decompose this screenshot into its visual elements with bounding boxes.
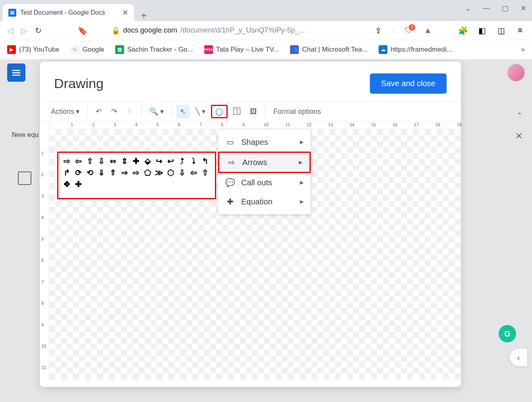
undo-button[interactable]: ↶ [92, 105, 106, 118]
select-tool[interactable]: ↖ [176, 105, 190, 118]
grammarly-icon[interactable]: G [499, 325, 516, 342]
vertical-ruler: 1234567891011 [40, 121, 49, 379]
bookmark-onedrive[interactable]: ☁https://framedmedi... [379, 45, 452, 54]
brave-rewards-icon[interactable]: ▲ [423, 26, 433, 35]
cloud-icon: ☁ [379, 45, 387, 54]
arrow-shape-16[interactable]: ⇓ [96, 167, 106, 178]
submenu-arrow-icon: ▶ [300, 199, 304, 204]
arrow-shape-5[interactable]: ⇕ [119, 156, 130, 166]
arrow-shape-2[interactable]: ⇧ [85, 156, 95, 166]
format-options-button[interactable]: Format options [269, 105, 325, 118]
teams-icon: 👥 [290, 45, 299, 54]
extensions-icon[interactable]: 🧩 [458, 26, 468, 35]
shape-tool[interactable]: ◯ [211, 105, 228, 118]
arrow-shape-14[interactable]: ⟳ [73, 167, 83, 178]
youtube-icon: ▶ [7, 45, 16, 54]
textbox-tool[interactable]: 🅃 [229, 105, 244, 118]
sidebar-icon[interactable]: ◧ [477, 26, 487, 35]
new-tab-button[interactable]: + [134, 10, 154, 21]
arrow-shape-0[interactable]: ⇨ [62, 156, 72, 166]
tataplay-icon: TATA [204, 45, 213, 54]
shape-dropdown-menu: ▭ Shapes ▶ ⇨ Arrows ▶ 💬 Call outs ▶ ✚ Eq… [218, 129, 311, 214]
arrow-shape-11[interactable]: ⤵ [188, 156, 199, 166]
arrow-shape-17[interactable]: ⇑ [108, 167, 118, 178]
window-controls: ⌄ — ▢ ✕ [465, 4, 526, 13]
url-bar[interactable]: 🔒 docs.google.com/document/d/1hP_y_UsnQ7… [111, 26, 342, 35]
wallet-icon[interactable]: ◫ [496, 26, 506, 35]
callouts-menu-item[interactable]: 💬 Call outs ▶ [218, 173, 311, 192]
arrows-icon: ⇨ [226, 158, 236, 167]
side-panel-expand-icon[interactable]: ‹ [510, 349, 527, 366]
close-panel-icon[interactable]: ✕ [515, 131, 522, 141]
shapes-icon: ▭ [225, 137, 235, 147]
arrow-shape-6[interactable]: ✚ [131, 156, 141, 166]
arrow-shape-3[interactable]: ⇩ [96, 156, 106, 166]
arrow-shape-13[interactable]: ↱ [62, 167, 72, 178]
arrow-shape-8[interactable]: ↪ [154, 156, 164, 166]
arrow-shape-25[interactable]: ⇧ [200, 167, 210, 178]
shield-badge: 2 [409, 24, 415, 31]
tab-close-icon[interactable]: ✕ [122, 8, 128, 17]
arrow-shape-7[interactable]: ⬙ [142, 156, 153, 166]
bookmark-tataplay[interactable]: TATATata Play – Live TV... [204, 45, 279, 54]
submenu-arrow-icon: ▶ [299, 160, 302, 165]
arrow-shape-1[interactable]: ⇦ [73, 156, 83, 166]
brave-shield-icon[interactable]: 🛡2 [404, 26, 414, 35]
dropdown-icon[interactable]: ⌄ [465, 4, 471, 13]
browser-nav-bar: ◁ ▷ ↻ 🔖 🔒 docs.google.com/document/d/1hP… [0, 21, 532, 40]
menu-icon[interactable]: ≡ [515, 26, 525, 35]
arrow-shape-23[interactable]: ⇩ [177, 167, 187, 178]
outline-icon[interactable] [18, 171, 31, 185]
docs-favicon-icon [8, 9, 16, 17]
new-equation-label: New equ [12, 131, 39, 139]
bookmark-google[interactable]: GGoogle [70, 45, 104, 54]
image-tool[interactable]: 🖼 [246, 105, 261, 118]
share-icon[interactable]: ⇪ [374, 26, 383, 35]
paint-format-button[interactable]: ⚐ [123, 105, 137, 118]
bookmark-icon[interactable]: 🔖 [77, 26, 87, 35]
bookmarks-overflow-icon[interactable]: » [521, 45, 525, 54]
zoom-button[interactable]: 🔍 ▾ [145, 105, 168, 118]
minimize-button[interactable]: — [483, 4, 490, 13]
collapse-chevron-icon[interactable]: ⌃ [517, 111, 522, 120]
shapes-menu-item[interactable]: ▭ Shapes ▶ [218, 133, 311, 152]
arrow-shape-19[interactable]: ⇨ [131, 167, 141, 178]
google-icon: G [70, 45, 79, 54]
bookmark-sheets[interactable]: ▦Sachin Tracker - Go... [115, 45, 193, 54]
close-window-button[interactable]: ✕ [520, 4, 526, 13]
reload-button[interactable]: ↻ [35, 26, 42, 35]
modal-title: Drawing [54, 76, 104, 91]
arrow-shape-10[interactable]: ⤴ [177, 156, 187, 166]
equation-icon: ✚ [225, 197, 235, 206]
arrow-shape-24[interactable]: ⇦ [188, 167, 199, 178]
redo-button[interactable]: ↷ [107, 105, 121, 118]
arrow-shape-22[interactable]: ⬡ [165, 167, 176, 178]
submenu-arrow-icon: ▶ [300, 180, 304, 185]
bookmark-youtube[interactable]: ▶(73) YouTube [7, 45, 59, 54]
line-tool[interactable]: ╲ ▾ [192, 105, 209, 118]
arrow-shape-15[interactable]: ⟲ [85, 167, 95, 178]
arrow-shape-18[interactable]: ⇒ [119, 167, 130, 178]
arrow-shape-4[interactable]: ⇔ [108, 156, 118, 166]
sheets-icon: ▦ [115, 45, 124, 54]
arrow-shape-27[interactable]: ✚ [73, 179, 83, 189]
actions-menu[interactable]: Actions ▾ [47, 105, 83, 118]
arrow-shape-20[interactable]: ⬠ [142, 167, 153, 178]
arrow-shape-12[interactable]: ↰ [200, 156, 210, 166]
arrow-shape-21[interactable]: ≫ [154, 167, 164, 178]
url-path: /document/d/1hP_y_UsnQ7YoPy-5p_... [180, 26, 305, 35]
browser-tab-active[interactable]: Test Document - Google Docs ✕ [3, 4, 134, 21]
equation-menu-item[interactable]: ✚ Equation ▶ [218, 192, 311, 211]
drawing-toolbar: Actions ▾ ↶ ↷ ⚐ 🔍 ▾ ↖ ╲ ▾ ◯ 🅃 🖼 Format o… [40, 102, 461, 121]
forward-button[interactable]: ▷ [21, 26, 27, 35]
tab-title: Test Document - Google Docs [20, 9, 118, 16]
drawing-modal: Drawing Save and close Actions ▾ ↶ ↷ ⚐ 🔍… [40, 62, 461, 387]
arrow-shape-26[interactable]: ✥ [62, 179, 72, 189]
back-button[interactable]: ◁ [7, 26, 13, 35]
arrow-shape-9[interactable]: ↩ [165, 156, 176, 166]
callouts-icon: 💬 [225, 178, 235, 187]
save-and-close-button[interactable]: Save and close [370, 73, 447, 94]
bookmark-teams[interactable]: 👥Chat | Microsoft Tea... [290, 45, 368, 54]
arrows-menu-item[interactable]: ⇨ Arrows ▶ [218, 152, 311, 173]
maximize-button[interactable]: ▢ [502, 4, 509, 13]
